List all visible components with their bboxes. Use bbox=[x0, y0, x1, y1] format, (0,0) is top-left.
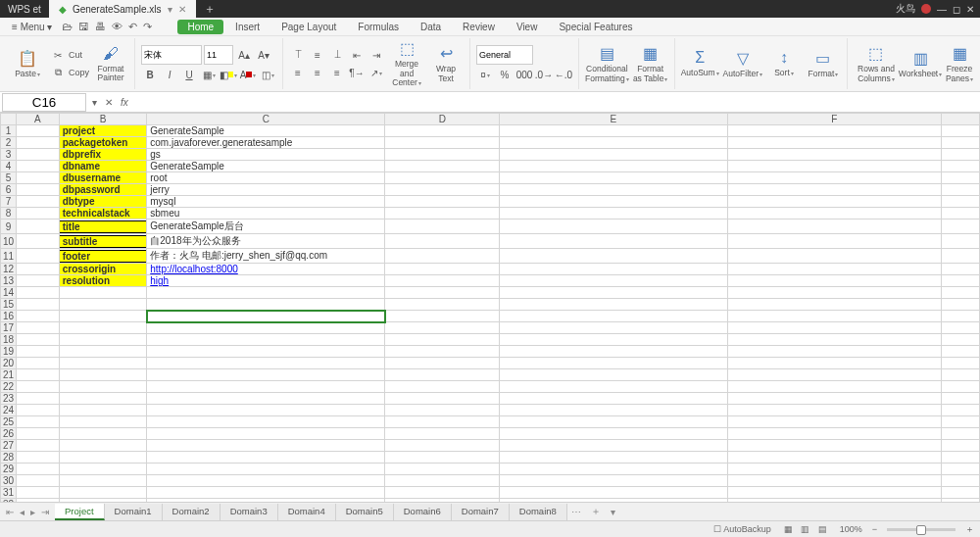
ribbon-tab-review[interactable]: Review bbox=[453, 20, 505, 34]
cell-G19[interactable] bbox=[941, 346, 979, 358]
cell-B20[interactable] bbox=[59, 358, 147, 369]
row-header-7[interactable]: 7 bbox=[1, 196, 17, 208]
cell-E8[interactable] bbox=[500, 208, 728, 220]
cell-G16[interactable] bbox=[941, 311, 979, 322]
cell-F11[interactable] bbox=[727, 249, 941, 264]
sheet-tab-domain2[interactable]: Domain2 bbox=[163, 504, 220, 520]
zoom-out-icon[interactable]: − bbox=[872, 524, 877, 534]
sheet-nav-next-icon[interactable]: ▸ bbox=[28, 507, 37, 517]
sheet-list-icon[interactable]: ▾ bbox=[607, 507, 619, 517]
cell-E13[interactable] bbox=[500, 275, 728, 287]
cancel-formula-icon[interactable]: ✕ bbox=[101, 97, 117, 108]
select-all-corner[interactable] bbox=[1, 114, 17, 125]
minimize-icon[interactable]: — bbox=[937, 4, 947, 15]
qat-redo-icon[interactable]: ↷ bbox=[143, 21, 152, 33]
cell-E15[interactable] bbox=[500, 299, 728, 311]
cell-G25[interactable] bbox=[941, 416, 979, 428]
cell-D27[interactable] bbox=[385, 440, 500, 452]
cell-C23[interactable] bbox=[147, 393, 385, 405]
cell-A32[interactable] bbox=[16, 499, 59, 503]
cell-G14[interactable] bbox=[941, 287, 979, 299]
cell-B9[interactable]: title bbox=[59, 220, 147, 234]
cell-D7[interactable] bbox=[385, 196, 500, 208]
cell-E14[interactable] bbox=[500, 287, 728, 299]
cell-C10[interactable]: 自2018年为公众服务 bbox=[147, 234, 385, 249]
row-header-16[interactable]: 16 bbox=[1, 311, 17, 322]
cell-D16[interactable] bbox=[385, 311, 500, 322]
cell-A3[interactable] bbox=[16, 149, 59, 161]
cell-B24[interactable] bbox=[59, 405, 147, 416]
sheet-nav-last-icon[interactable]: ⇥ bbox=[39, 507, 51, 517]
cell-F3[interactable] bbox=[727, 149, 941, 161]
cell-B27[interactable] bbox=[59, 440, 147, 452]
cell-E21[interactable] bbox=[500, 369, 728, 381]
cell-A5[interactable] bbox=[16, 172, 59, 184]
cell-F27[interactable] bbox=[727, 440, 941, 452]
cell-G17[interactable] bbox=[941, 322, 979, 334]
cell-C22[interactable] bbox=[147, 381, 385, 393]
row-header-23[interactable]: 23 bbox=[1, 393, 17, 405]
cell-G18[interactable] bbox=[941, 334, 979, 346]
wrap-text-button[interactable]: ↩Wrap Text bbox=[428, 44, 464, 83]
sheet-tab-domain6[interactable]: Domain6 bbox=[394, 504, 452, 520]
cell-A18[interactable] bbox=[16, 334, 59, 346]
cell-G13[interactable] bbox=[941, 275, 979, 287]
cell-C27[interactable] bbox=[147, 440, 385, 452]
cell-C16[interactable] bbox=[147, 311, 385, 322]
cell-D29[interactable] bbox=[385, 464, 500, 475]
app-tab[interactable]: WPS et bbox=[0, 4, 49, 15]
sheet-nav-prev-icon[interactable]: ◂ bbox=[18, 507, 26, 517]
cell-D23[interactable] bbox=[385, 393, 500, 405]
cell-B8[interactable]: technicalstack bbox=[59, 208, 147, 220]
inc-decimal-icon[interactable]: .0→ bbox=[535, 67, 553, 82]
cell-C7[interactable]: mysql bbox=[147, 196, 385, 208]
cell-D8[interactable] bbox=[385, 208, 500, 220]
cell-E18[interactable] bbox=[500, 334, 728, 346]
format-button[interactable]: ▭Format bbox=[806, 49, 841, 78]
sheet-nav-first-icon[interactable]: ⇤ bbox=[4, 507, 16, 517]
cell-A23[interactable] bbox=[16, 393, 59, 405]
cell-E16[interactable] bbox=[500, 311, 728, 322]
cell-G29[interactable] bbox=[941, 464, 979, 475]
align-top-icon[interactable]: ⟙ bbox=[289, 47, 307, 63]
view-page-icon[interactable]: ▥ bbox=[798, 524, 812, 534]
cell-E25[interactable] bbox=[500, 416, 728, 428]
cell-B25[interactable] bbox=[59, 416, 147, 428]
format-painter-button[interactable]: 🖌Format Painter bbox=[93, 45, 128, 83]
cell-E2[interactable] bbox=[500, 137, 728, 149]
cell-B32[interactable] bbox=[59, 499, 147, 503]
cell-E11[interactable] bbox=[500, 249, 728, 264]
cell-C17[interactable] bbox=[147, 322, 385, 334]
col-header-extra[interactable] bbox=[941, 114, 979, 125]
col-header-E[interactable]: E bbox=[500, 114, 728, 125]
cell-A30[interactable] bbox=[16, 475, 59, 487]
cell-C9[interactable]: GenerateSample后台 bbox=[147, 220, 385, 234]
cell-C1[interactable]: GenerateSample bbox=[147, 125, 385, 137]
cell-D9[interactable] bbox=[385, 220, 500, 234]
cell-C30[interactable] bbox=[147, 475, 385, 487]
cell-D28[interactable] bbox=[385, 452, 500, 464]
cell-D24[interactable] bbox=[385, 405, 500, 416]
indent-right-icon[interactable]: ⇥ bbox=[368, 47, 385, 63]
autosum-button[interactable]: ΣAutoSum bbox=[681, 49, 719, 77]
cell-A11[interactable] bbox=[16, 249, 59, 264]
cell-E32[interactable] bbox=[500, 499, 728, 503]
cell-C29[interactable] bbox=[147, 464, 385, 475]
cell-A31[interactable] bbox=[16, 487, 59, 499]
cell-C19[interactable] bbox=[147, 346, 385, 358]
cell-B16[interactable] bbox=[59, 311, 147, 322]
cell-F26[interactable] bbox=[727, 428, 941, 440]
comma-icon[interactable]: 000 bbox=[515, 67, 533, 82]
cell-F17[interactable] bbox=[727, 322, 941, 334]
cell-E6[interactable] bbox=[500, 184, 728, 196]
worksheet-button[interactable]: ▥Worksheet bbox=[903, 49, 938, 78]
cell-A4[interactable] bbox=[16, 161, 59, 172]
row-header-24[interactable]: 24 bbox=[1, 405, 17, 416]
cell-B23[interactable] bbox=[59, 393, 147, 405]
cell-B10[interactable]: subtitle bbox=[59, 234, 147, 249]
cell-F1[interactable] bbox=[727, 125, 941, 137]
cell-A17[interactable] bbox=[16, 322, 59, 334]
align-left-icon[interactable]: ≡ bbox=[289, 65, 307, 80]
ribbon-tab-view[interactable]: View bbox=[507, 20, 548, 34]
cell-F10[interactable] bbox=[727, 234, 941, 249]
